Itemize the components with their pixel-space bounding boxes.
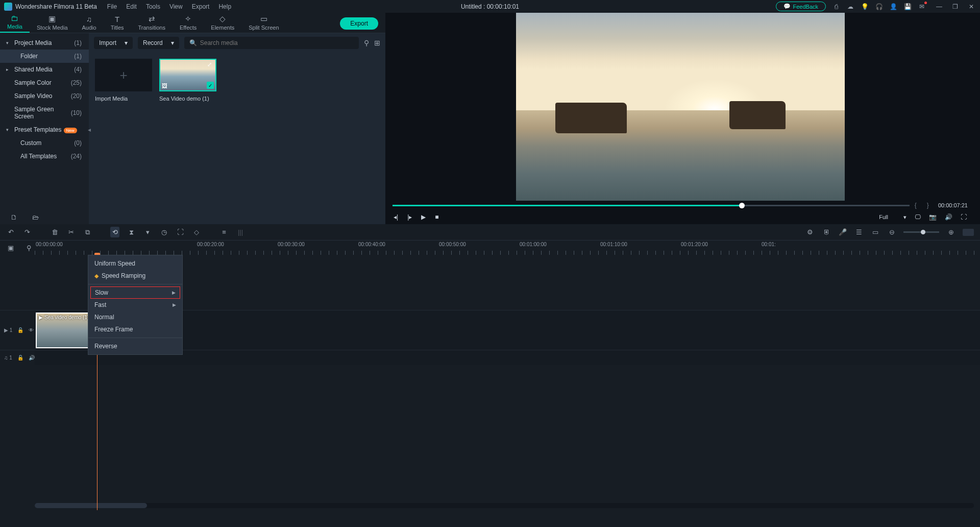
mic-icon[interactable]: 🎤 (838, 228, 847, 236)
display-icon[interactable]: 🖵 (915, 213, 921, 221)
sidebar-preset-templates[interactable]: ▾Preset TemplatesNew (0, 123, 89, 136)
menu-file[interactable]: File (107, 3, 117, 10)
ctx-speed-ramping[interactable]: ◆Speed Ramping (88, 270, 182, 282)
lock-icon[interactable]: 🔓 (17, 327, 23, 333)
settings-icon[interactable]: ≡ (219, 228, 229, 236)
play-icon[interactable]: ▶ (421, 213, 426, 221)
preview-canvas[interactable] (516, 13, 845, 201)
expand-icon[interactable]: ⤢ (205, 61, 214, 68)
tab-stock-media[interactable]: ▣Stock Media (30, 12, 75, 33)
lightbulb-icon[interactable]: 💡 (861, 3, 869, 11)
zoom-in-icon[interactable]: ⊕ (946, 228, 955, 236)
tab-effects[interactable]: ✧Effects (173, 12, 204, 33)
feedback-button[interactable]: 💬FeedBack (776, 2, 826, 11)
menu-view[interactable]: View (169, 3, 183, 10)
collapse-sidebar-icon[interactable]: ◂ (88, 126, 91, 133)
media-clip-tile[interactable]: ⤢ 🖼 ✓ Sea Video demo (1) (159, 59, 216, 102)
tab-transitions[interactable]: ⇄Transitions (131, 12, 173, 33)
import-media-tile[interactable]: + Import Media (95, 59, 152, 102)
search-input[interactable] (200, 39, 354, 46)
delete-icon[interactable]: 🗑 (50, 228, 59, 236)
speaker-icon[interactable]: 🔊 (29, 355, 35, 361)
sidebar-project-media[interactable]: ▾Project Media(1) (0, 36, 89, 50)
timer-icon[interactable]: ◷ (159, 228, 168, 236)
track-add-icon[interactable]: ▣ (6, 244, 15, 252)
crop-icon[interactable]: ⧉ (83, 228, 92, 236)
speed-icon[interactable]: ⟲ (110, 227, 119, 237)
zoom-fit-icon[interactable] (963, 229, 974, 236)
undo-icon[interactable]: ↶ (6, 228, 15, 236)
volume-icon[interactable]: 🔊 (945, 213, 952, 221)
import-dropdown[interactable]: Import▾ (94, 37, 133, 49)
redo-icon[interactable]: ↷ (22, 228, 32, 236)
quality-dropdown[interactable]: Full▾ (879, 214, 906, 221)
menu-edit[interactable]: Edit (126, 3, 137, 10)
user-icon[interactable]: 👤 (889, 3, 897, 11)
disk-icon[interactable]: 💾 (903, 3, 912, 11)
magnet-icon[interactable]: ⚲ (24, 244, 34, 252)
export-button[interactable]: Export (340, 17, 378, 30)
tab-split-screen[interactable]: ▭Split Screen (241, 12, 286, 33)
menu-bar: File Edit Tools View Export Help (107, 3, 231, 10)
snapshot-icon[interactable]: 📷 (929, 213, 937, 221)
maximize-icon[interactable]: ❐ (952, 3, 960, 10)
ruler[interactable]: 00:00:00:00 00:00:20:00 00:00:30:00 00:0… (35, 241, 980, 255)
sidebar-sample-green-screen[interactable]: Sample Green Screen(10) (0, 103, 89, 123)
sidebar-sample-video[interactable]: Sample Video(20) (0, 89, 89, 103)
ctx-normal[interactable]: Normal (88, 311, 182, 323)
ctx-fast[interactable]: Fast▶ (88, 299, 182, 311)
zoom-slider[interactable] (903, 231, 939, 233)
sidebar-shared-media[interactable]: ▸Shared Media(4) (0, 63, 89, 76)
prev-frame-icon[interactable]: ◂| (394, 213, 398, 221)
grid-view-icon[interactable]: ⊞ (374, 39, 380, 47)
sidebar-sample-color[interactable]: Sample Color(25) (0, 76, 89, 89)
stock-icon: ▣ (48, 14, 56, 23)
progress-bar[interactable] (393, 205, 910, 206)
tab-elements[interactable]: ◇Elements (204, 12, 241, 33)
progress-thumb[interactable] (739, 203, 745, 208)
sidebar-custom[interactable]: Custom(0) (0, 136, 89, 150)
mail-icon[interactable]: ✉ (918, 3, 926, 11)
new-folder-icon[interactable]: 🗋 (9, 213, 18, 221)
minimize-icon[interactable]: — (936, 3, 943, 10)
keyframe-icon[interactable]: ◇ (192, 228, 201, 236)
cut-icon[interactable]: ✂ (66, 228, 76, 236)
menu-export[interactable]: Export (192, 3, 210, 10)
out-marker-icon[interactable]: } (927, 202, 929, 209)
menu-help[interactable]: Help (218, 3, 231, 10)
open-folder-icon[interactable]: 🗁 (31, 213, 40, 221)
ctx-uniform-speed[interactable]: Uniform Speed (88, 257, 182, 270)
timeline-scrollbar[interactable] (35, 503, 974, 508)
marker-down-icon[interactable]: ▾ (143, 228, 152, 236)
ctx-slow[interactable]: Slow▶ (90, 286, 180, 299)
record-dropdown[interactable]: Record▾ (138, 37, 179, 49)
tab-media[interactable]: 🗀Media (0, 12, 30, 33)
save-icon[interactable]: ⎙ (832, 3, 840, 11)
waveform-icon[interactable]: ||| (236, 228, 245, 236)
fit-icon[interactable]: ⛶ (176, 228, 185, 236)
link-icon[interactable]: ⧗ (127, 228, 136, 236)
tab-titles[interactable]: TTitles (104, 13, 131, 33)
tab-audio[interactable]: ♫Audio (75, 13, 104, 33)
ctx-reverse[interactable]: Reverse (88, 340, 182, 352)
in-marker-icon[interactable]: { (915, 202, 917, 209)
gear-icon[interactable]: ⚙ (805, 228, 815, 236)
fullscreen-icon[interactable]: ⛶ (961, 213, 967, 221)
close-icon[interactable]: ✕ (969, 3, 976, 10)
mixer-icon[interactable]: ☰ (854, 228, 864, 236)
search-box[interactable]: 🔍 (184, 37, 359, 49)
sidebar-folder[interactable]: Folder(1) (0, 50, 89, 63)
menu-tools[interactable]: Tools (146, 3, 160, 10)
shield-icon[interactable]: ⛨ (822, 228, 831, 236)
cloud-icon[interactable]: ☁ (846, 3, 854, 11)
step-back-icon[interactable]: |▸ (407, 213, 412, 221)
sidebar-all-templates[interactable]: All Templates(24) (0, 150, 89, 163)
filter-icon[interactable]: ⚲ (364, 39, 369, 47)
stop-icon[interactable]: ■ (435, 213, 438, 221)
zoom-out-icon[interactable]: ⊖ (887, 228, 896, 236)
ctx-freeze-frame[interactable]: Freeze Frame (88, 323, 182, 336)
headset-icon[interactable]: 🎧 (875, 3, 883, 11)
frame-icon[interactable]: ▭ (871, 228, 880, 236)
eye-icon[interactable]: 👁 (29, 327, 34, 333)
lock-icon[interactable]: 🔓 (17, 355, 23, 361)
